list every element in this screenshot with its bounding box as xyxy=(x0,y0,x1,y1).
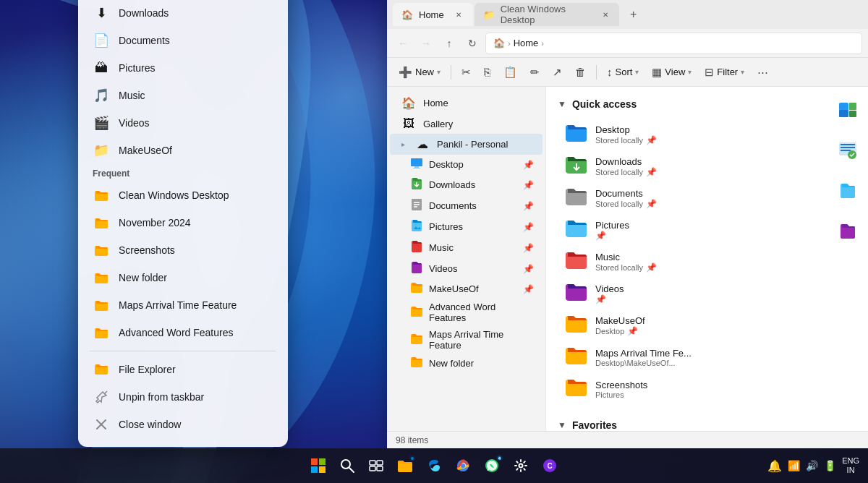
favorites-header[interactable]: ▼ Favorites xyxy=(558,419,816,431)
pinned-icon-music: 🎵 xyxy=(93,87,110,104)
qa-item-screenshots[interactable]: Screenshots Pictures xyxy=(558,373,816,405)
qa-item-pictures[interactable]: Pictures 📌 xyxy=(558,214,816,246)
taskbar-chrome-button[interactable] xyxy=(450,453,476,479)
subnav-icon-adv-word xyxy=(410,306,423,320)
path-segment-home: Home xyxy=(514,38,539,48)
taskbar-center: 4 C xyxy=(305,453,563,479)
qa-icon-makeuseOf xyxy=(565,314,588,337)
nav-home[interactable]: 🏠 Home xyxy=(390,93,542,114)
frequent-item-nov2024[interactable]: November 2024 xyxy=(78,209,288,236)
taskbar-wifi[interactable]: 📶 xyxy=(788,460,800,471)
subnav-label-music: Music xyxy=(429,242,454,253)
subnav-new-folder[interactable]: New folder xyxy=(390,354,542,373)
address-path[interactable]: 🏠 › Home › xyxy=(485,33,862,54)
subnav-adv-word[interactable]: Advanced Word Features xyxy=(390,299,542,326)
toolbar-rename[interactable]: ✏ xyxy=(524,63,545,82)
toolbar-filter[interactable]: ⊟ Filter ▾ xyxy=(699,63,750,82)
toolbar-delete[interactable]: 🗑 xyxy=(569,63,592,81)
toolbar-view[interactable]: ▦ View ▾ xyxy=(646,63,697,82)
subnav-downloads[interactable]: Downloads 📌 xyxy=(390,174,542,195)
frequent-item-adv-word[interactable]: Advanced Word Features xyxy=(78,319,288,346)
taskbar-fileexplorer-button[interactable] xyxy=(392,453,418,479)
toolbar-copy[interactable]: ⎘ xyxy=(478,63,496,81)
taskbar-language[interactable]: ENGIN xyxy=(842,456,859,475)
taskbar-search-button[interactable] xyxy=(334,453,360,479)
taskbar-taskview-button[interactable] xyxy=(363,453,389,479)
frequent-icon-new-folder xyxy=(93,269,110,286)
subnav-pictures[interactable]: Pictures 📌 xyxy=(390,216,542,237)
qa-item-maps-arrival[interactable]: Maps Arrival Time Fe... Desktop\MakeUseO… xyxy=(558,341,816,373)
taskbar-volume[interactable]: 🔊 xyxy=(806,460,818,471)
qa-name-screenshots: Screenshots xyxy=(595,380,809,390)
pinned-item-documents[interactable]: 📄 Documents xyxy=(78,27,288,54)
strip-icon-2[interactable] xyxy=(830,133,865,168)
frequent-label: Frequent xyxy=(78,164,288,181)
strip-icon-4[interactable] xyxy=(830,214,865,249)
frequent-item-maps-arrival[interactable]: Maps Arrival Time Feature xyxy=(78,291,288,319)
toolbar-more[interactable]: ⋯ xyxy=(752,63,774,82)
qa-item-desktop[interactable]: Desktop Stored locally 📌 xyxy=(558,119,816,150)
system-item-unpin[interactable]: Unpin from taskbar xyxy=(78,383,288,411)
taskbar-canva-button[interactable]: C xyxy=(537,453,563,479)
svg-rect-17 xyxy=(311,458,318,465)
qa-item-documents[interactable]: Documents Stored locally 📌 xyxy=(558,182,816,214)
right-icons-strip xyxy=(827,87,868,431)
tab-clean-windows[interactable]: 📁 Clean Windows Desktop ✕ xyxy=(475,3,619,26)
subnav-icon-videos xyxy=(410,261,423,276)
qa-icon-videos xyxy=(565,282,588,305)
taskbar-battery[interactable]: 🔋 xyxy=(824,460,836,471)
taskbar-start-button[interactable] xyxy=(305,453,331,479)
frequent-item-clean-windows[interactable]: Clean Windows Desktop xyxy=(78,181,288,209)
pinned-item-music[interactable]: 🎵 Music xyxy=(78,82,288,109)
subnav-documents[interactable]: Documents 📌 xyxy=(390,195,542,216)
system-item-file-explorer[interactable]: File Explorer xyxy=(78,356,288,383)
qa-item-makeuseOf[interactable]: MakeUseOf Desktop 📌 xyxy=(558,309,816,341)
pinned-item-makeuseOf[interactable]: 📁 MakeUseOf xyxy=(78,137,288,164)
subnav-music[interactable]: Music 📌 xyxy=(390,237,542,258)
subnav-makeuseOf[interactable]: MakeUseOf 📌 xyxy=(390,279,542,299)
frequent-item-new-folder[interactable]: New folder xyxy=(78,264,288,291)
tab-clean-close[interactable]: ✕ xyxy=(600,9,610,20)
qa-item-music[interactable]: Music Stored locally 📌 xyxy=(558,246,816,278)
up-button[interactable]: ↑ xyxy=(439,33,459,54)
frequent-label-nov2024: November 2024 xyxy=(119,217,191,228)
refresh-button[interactable]: ↻ xyxy=(462,33,482,54)
toolbar-paste[interactable]: 📋 xyxy=(498,63,523,82)
sidebar-nav: 🏠 Home 🖼 Gallery ▸ ☁ Pankil - Personal D… xyxy=(387,87,546,431)
back-button[interactable]: ← xyxy=(393,33,413,54)
subnav-label-videos: Videos xyxy=(429,263,458,274)
pinned-item-videos[interactable]: 🎬 Videos xyxy=(78,109,288,137)
svg-rect-19 xyxy=(311,466,318,473)
taskbar-settings-button[interactable] xyxy=(508,453,534,479)
strip-icon-1[interactable] xyxy=(830,93,865,127)
toolbar-cut[interactable]: ✂ xyxy=(456,63,477,82)
taskbar-notifications[interactable]: 🔔 xyxy=(767,459,782,473)
tab-home-close[interactable]: ✕ xyxy=(453,9,464,20)
taskbar-edge-button[interactable] xyxy=(421,453,447,479)
toolbar-share[interactable]: ↗ xyxy=(547,63,568,82)
subnav-desktop[interactable]: Desktop 📌 xyxy=(390,155,542,174)
frequent-item-screenshots[interactable]: Screenshots xyxy=(78,236,288,264)
qa-item-videos[interactable]: Videos 📌 xyxy=(558,278,816,309)
nav-pankil[interactable]: ▸ ☁ Pankil - Personal xyxy=(390,134,542,155)
subnav-maps-arrival[interactable]: Maps Arrival Time Feature xyxy=(390,326,542,354)
qa-name-documents: Documents xyxy=(595,188,809,199)
subnav-videos[interactable]: Videos 📌 xyxy=(390,258,542,279)
toolbar-sort[interactable]: ↕ Sort ▾ xyxy=(601,63,644,81)
pin-icon-music: 📌 xyxy=(523,243,534,253)
tab-clean-icon: 📁 xyxy=(483,9,495,20)
taskbar-whatsapp-button[interactable]: 4 xyxy=(479,453,505,479)
nav-gallery[interactable]: 🖼 Gallery xyxy=(390,114,542,134)
forward-button[interactable]: → xyxy=(416,33,436,54)
pinned-item-downloads[interactable]: ⬇ Downloads xyxy=(78,0,288,27)
tab-add-button[interactable]: + xyxy=(624,4,644,25)
qa-item-downloads[interactable]: Downloads Stored locally 📌 xyxy=(558,150,816,182)
tab-home[interactable]: 🏠 Home ✕ xyxy=(393,3,473,26)
system-item-close[interactable]: Close window xyxy=(78,411,288,438)
frequent-icon-adv-word xyxy=(93,324,110,341)
toolbar-new[interactable]: ➕ New ▾ xyxy=(393,63,446,82)
strip-icon-3[interactable] xyxy=(830,174,865,208)
pinned-item-pictures[interactable]: 🏔 Pictures xyxy=(78,54,288,82)
quick-access-header[interactable]: ▼ Quick access xyxy=(558,98,816,110)
frequent-icon-screenshots xyxy=(93,241,110,259)
